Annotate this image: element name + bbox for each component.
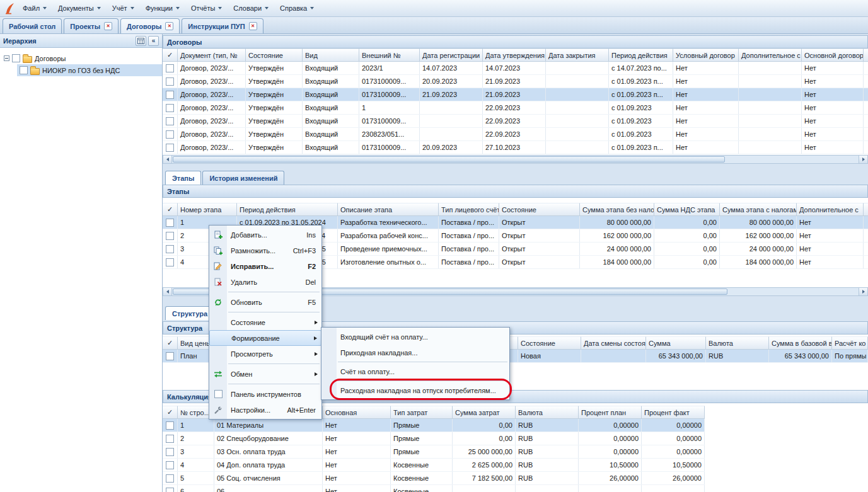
collapse-panel-icon[interactable]: « [148, 36, 159, 46]
row-checkbox[interactable] [166, 104, 174, 112]
row-checkbox[interactable] [166, 435, 174, 443]
column-header[interactable]: Дата смены состоя [581, 336, 646, 350]
row-checkbox[interactable] [166, 91, 174, 99]
column-header[interactable]: Состояние [246, 49, 303, 62]
row-checkbox[interactable] [166, 64, 174, 72]
row-checkbox[interactable] [166, 488, 174, 492]
menubar-item[interactable]: Учёт [107, 0, 140, 16]
calc-row[interactable]: 3 03 Осн. оплата труда Нет Прямые 25 000… [163, 445, 705, 459]
submenu-item-receipt-note[interactable]: Приходная накладная... [321, 345, 509, 360]
row-checkbox[interactable] [166, 232, 174, 240]
checkbox-icon[interactable] [214, 390, 223, 398]
tab-instructions[interactable]: Инструкции ПУП × [182, 18, 263, 33]
column-header[interactable]: Валюта [516, 406, 579, 419]
tree-item-contracts[interactable]: Договоры [0, 52, 162, 64]
calc-row[interactable]: 4 04 Доп. оплата труда Нет Косвенные 2 6… [163, 459, 705, 472]
column-header[interactable]: Тип затрат [391, 406, 453, 419]
column-header[interactable]: Дата регистрации [420, 49, 483, 62]
menubar-item[interactable]: Отчёты [185, 0, 228, 16]
select-all-header[interactable]: ✓ [163, 406, 178, 419]
menu-item-toolbar-toggle[interactable]: Панель инструментов [209, 386, 321, 402]
column-header[interactable]: Процент факт [642, 406, 705, 419]
grid-view-icon[interactable] [136, 36, 146, 46]
column-header[interactable]: Процент план [579, 406, 642, 419]
tree-item-niokr[interactable]: НИОКР по ГОЗ без НДС [17, 64, 162, 76]
calc-row[interactable]: 1 01 Материалы Нет Прямые 0,00 RUB 0,000… [163, 419, 705, 432]
column-header[interactable]: Условный договор [673, 49, 739, 62]
contract-row[interactable]: Договор, 2023/... Утверждён Входящий 230… [163, 128, 868, 141]
column-header[interactable]: Сумма этапа с налогами [720, 203, 797, 216]
row-checkbox[interactable] [166, 448, 174, 456]
tab-change-history[interactable]: История изменений [202, 171, 284, 185]
contract-row[interactable]: Договор, 2023/... Утверждён Входящий 017… [163, 141, 868, 154]
submenu-item-incoming-invoice[interactable]: Входящий счёт на оплату... [321, 329, 509, 345]
calc-row[interactable]: 5 05 Соц. отчисления Нет Косвенные 7 182… [163, 472, 705, 485]
contract-row[interactable]: Договор, 2023/... Утверждён Входящий 017… [163, 115, 868, 128]
tree-checkbox[interactable] [20, 66, 28, 74]
row-checkbox[interactable] [166, 130, 174, 139]
select-all-header[interactable]: ✓ [163, 336, 178, 350]
close-icon[interactable]: × [104, 22, 112, 30]
row-checkbox[interactable] [166, 77, 174, 86]
column-header[interactable]: Сумма НДС этапа [654, 203, 720, 216]
select-all-header[interactable]: ✓ [163, 203, 178, 216]
menu-item-duplicate[interactable]: Размножить... Ctrl+F3 [209, 243, 321, 258]
contract-row[interactable]: Договор, 2023/... Утверждён Входящий 017… [163, 88, 868, 101]
tab-projects[interactable]: Проекты × [64, 18, 119, 33]
column-header[interactable]: Состояние [499, 203, 580, 216]
calc-row[interactable]: 2 02 Спецоборудование Нет Прямые 0,00 RU… [163, 432, 705, 445]
close-icon[interactable]: × [249, 22, 257, 30]
menu-item-state[interactable]: Состояние [209, 314, 321, 330]
row-checkbox[interactable] [166, 258, 174, 266]
scroll-right-icon[interactable] [859, 156, 867, 163]
scroll-left-icon[interactable] [163, 156, 172, 163]
column-header[interactable]: Описание этапа [338, 203, 439, 216]
scroll-left-icon[interactable] [163, 288, 172, 295]
column-header[interactable]: Тип лицевого счёт [439, 203, 499, 216]
collapse-node-icon[interactable] [4, 55, 9, 61]
column-header[interactable]: Основная [323, 406, 391, 419]
column-header[interactable]: Период действия [237, 203, 338, 216]
menubar-item[interactable]: Функции [140, 0, 185, 16]
close-icon[interactable]: × [165, 22, 173, 30]
menubar-item[interactable]: Словари [228, 0, 274, 16]
tab-structure[interactable]: Структура [165, 306, 214, 320]
contract-row[interactable]: Договор, 2023/... Утверждён Входящий 1 2… [163, 101, 868, 115]
column-header[interactable]: Дата закрытия [546, 49, 609, 62]
menu-item-delete[interactable]: Удалить Del [209, 274, 321, 290]
contract-row[interactable]: Договор, 2023/... Утверждён Входящий 202… [163, 62, 868, 75]
submenu-item-payment-invoice[interactable]: Счёт на оплату... [321, 363, 509, 379]
row-checkbox[interactable] [166, 474, 174, 483]
column-header[interactable]: Дополнительное с [797, 203, 864, 216]
menu-item-settings[interactable]: Настройки... Alt+Enter [209, 402, 321, 418]
column-header[interactable]: Документ (тип, № [178, 49, 246, 62]
row-checkbox[interactable] [166, 144, 174, 152]
menu-item-add[interactable]: Добавить... Ins [209, 227, 321, 243]
select-all-header[interactable]: ✓ [163, 49, 178, 62]
row-checkbox[interactable] [166, 117, 174, 125]
column-header[interactable]: Сумма затрат [453, 406, 516, 419]
calc-row[interactable]: 6 06 ... Нет Косвенные [163, 485, 705, 492]
tree-checkbox[interactable] [12, 54, 20, 62]
column-header[interactable]: Основной договор [802, 49, 864, 62]
menubar-item[interactable]: Файл [17, 0, 52, 16]
row-checkbox[interactable] [166, 461, 174, 469]
tab-stages[interactable]: Этапы [165, 171, 201, 185]
column-header[interactable]: Сумма [646, 336, 706, 350]
menu-item-refresh[interactable]: Обновить F5 [209, 294, 321, 310]
tab-contracts[interactable]: Договоры × [120, 18, 180, 33]
row-checkbox[interactable] [166, 245, 174, 253]
menubar-item[interactable]: Справка [274, 0, 320, 16]
menu-item-formation[interactable]: Формирование [209, 330, 321, 346]
column-header[interactable]: Дата утверждения [483, 49, 546, 62]
submenu-item-dispatch-note[interactable]: Расходная накладная на отпуск потребител… [321, 382, 509, 398]
column-header[interactable]: Сумма в базовой в [769, 336, 832, 350]
column-header[interactable]: Внешний № [359, 49, 420, 62]
menu-item-view[interactable]: Просмотреть [209, 346, 321, 362]
column-header[interactable]: Дополнительное с [739, 49, 802, 62]
row-checkbox[interactable] [166, 352, 174, 360]
column-header[interactable]: Расчёт ко [832, 336, 868, 350]
contracts-hscrollbar[interactable] [163, 155, 868, 164]
column-header[interactable]: Сумма этапа без налогов [580, 203, 654, 216]
contract-row[interactable]: Договор, 2023/... Утверждён Входящий 017… [163, 75, 868, 88]
